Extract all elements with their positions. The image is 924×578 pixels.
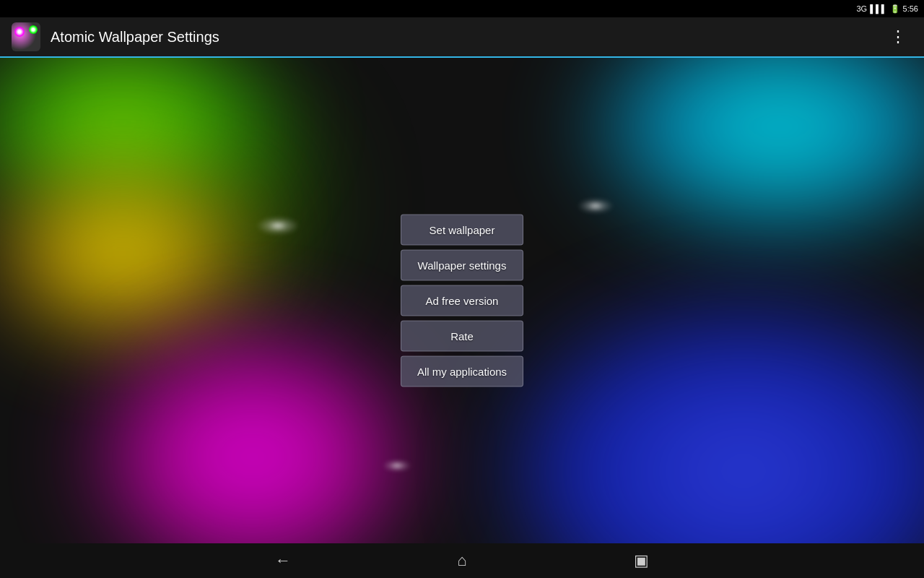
highlight-1 [256, 217, 300, 235]
blob-blue [491, 290, 924, 543]
wallpaper-settings-button[interactable]: Wallpaper settings [401, 250, 523, 281]
wallpaper-background: Set wallpaperWallpaper settingsAd free v… [0, 58, 924, 543]
time-display: 5:56 [903, 4, 918, 13]
highlight-2 [578, 199, 614, 213]
recents-button[interactable]: ▣ [624, 543, 658, 578]
home-button[interactable]: ⌂ [445, 543, 479, 578]
status-bar: 3G ▌▌▌ 🔋 5:56 [0, 0, 924, 17]
overflow-menu-button[interactable]: ⋮ [884, 22, 912, 52]
bottom-nav-bar: ← ⌂ ▣ [0, 543, 924, 578]
app-title: Atomic Wallpaper Settings [51, 29, 884, 46]
battery-icon: 🔋 [890, 4, 900, 14]
menu-buttons-panel: Set wallpaperWallpaper settingsAd free v… [401, 212, 523, 389]
blob-cyan [563, 58, 924, 253]
app-icon [12, 22, 40, 51]
network-indicator: 3G [857, 4, 868, 13]
ad-free-version-button[interactable]: Ad free version [401, 285, 523, 316]
action-bar: Atomic Wallpaper Settings ⋮ [0, 17, 924, 58]
back-button[interactable]: ← [266, 543, 300, 578]
signal-icon: ▌▌▌ [870, 4, 886, 13]
highlight-3 [383, 460, 411, 471]
rate-button[interactable]: Rate [401, 321, 523, 352]
set-wallpaper-button[interactable]: Set wallpaper [401, 215, 523, 246]
all-my-applications-button[interactable]: All my applications [401, 356, 523, 387]
